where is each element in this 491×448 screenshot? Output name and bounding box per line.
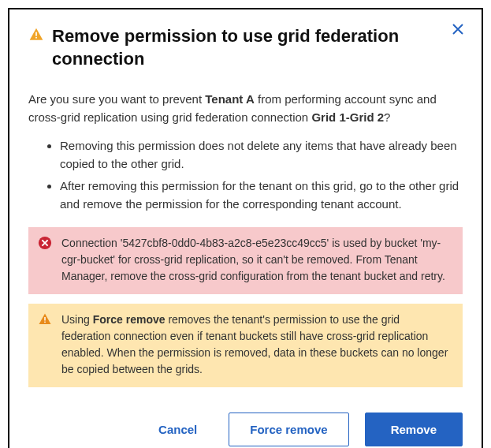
remove-button[interactable]: Remove: [365, 413, 463, 446]
warning-alert: Using Force remove removes the tenant's …: [28, 304, 463, 387]
info-bullets: Removing this permission does not delete…: [28, 137, 463, 213]
cancel-button[interactable]: Cancel: [143, 413, 213, 446]
warning-alert-text: Using Force remove removes the tenant's …: [61, 312, 452, 378]
svg-rect-4: [44, 322, 46, 323]
close-button[interactable]: [448, 21, 467, 39]
dialog-actions: Cancel Force remove Remove: [28, 413, 463, 446]
confirm-prefix: Are you sure you want to prevent: [28, 92, 205, 106]
error-alert: Connection '5427cbf8-0dd0-4b83-a2c8-e5e2…: [28, 227, 463, 294]
warning-bold: Force remove: [93, 313, 166, 326]
svg-rect-0: [35, 32, 37, 36]
dialog-title-wrap: Remove permission to use grid federation…: [28, 25, 463, 70]
svg-rect-3: [44, 317, 46, 321]
list-item: After removing this permission for the t…: [60, 177, 463, 213]
confirm-suffix: ?: [384, 110, 390, 124]
confirm-connection: Grid 1-Grid 2: [311, 110, 384, 124]
svg-rect-1: [35, 37, 37, 39]
warning-triangle-icon: [28, 27, 44, 46]
warning-prefix: Using: [61, 313, 93, 326]
force-remove-button[interactable]: Force remove: [229, 413, 348, 446]
close-icon: [452, 23, 464, 38]
dialog-title: Remove permission to use grid federation…: [52, 25, 439, 70]
list-item: Removing this permission does not delete…: [60, 137, 463, 173]
error-circle-icon: [38, 236, 52, 285]
confirm-tenant: Tenant A: [205, 92, 255, 106]
remove-permission-dialog: Remove permission to use grid federation…: [8, 8, 483, 448]
error-alert-text: Connection '5427cbf8-0dd0-4b83-a2c8-e5e2…: [61, 235, 452, 285]
dialog-header: Remove permission to use grid federation…: [28, 25, 463, 70]
warning-triangle-icon: [38, 312, 52, 378]
confirm-text: Are you sure you want to prevent Tenant …: [28, 91, 463, 126]
